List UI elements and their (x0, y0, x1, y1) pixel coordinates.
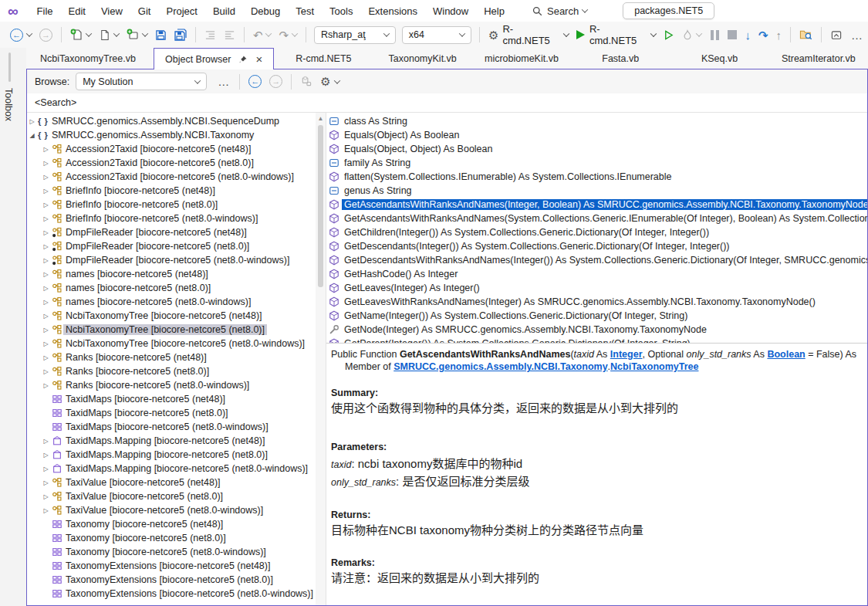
menu-project[interactable]: Project (158, 2, 204, 20)
member-row[interactable]: GetName(Integer()) As System.Collections… (326, 309, 867, 323)
tab-ncbitaxonomytree-vb[interactable]: NcbiTaxonomyTree.vb (26, 48, 154, 69)
menu-tools[interactable]: Tools (322, 2, 360, 20)
object-browser-search-input[interactable]: <Search> (27, 93, 867, 113)
tree-row[interactable]: ◢{ }SMRUCC.genomics.Assembly.NCBI.Taxono… (27, 128, 326, 142)
toolbox-tab[interactable]: Toolbox (3, 88, 14, 121)
browse-scope-combobox[interactable]: My Solution (76, 73, 207, 90)
tree-row[interactable]: ▷TaxiValue [biocore-netcore5 (net8.0-win… (27, 503, 326, 517)
indent-button[interactable] (221, 27, 238, 43)
expander-collapsed-icon[interactable]: ▷ (41, 285, 51, 292)
class-link[interactable]: NcbiTaxonomyTree (610, 361, 698, 372)
ob-navigate-back-button[interactable]: ← (245, 73, 265, 90)
step-out-button[interactable]: ↑ (773, 27, 785, 43)
namespace-link[interactable]: SMRUCC.genomics.Assembly.NCBI.Taxonomy (393, 361, 607, 372)
tab-microbiomekit-vb[interactable]: microbiomeKit.vb (472, 48, 571, 69)
tree-row[interactable]: ▷Ranks [biocore-netcore5 (net48)] (27, 350, 326, 364)
menu-debug[interactable]: Debug (243, 2, 288, 20)
tree-row[interactable]: Taxonomy [biocore-netcore5 (net8.0-windo… (27, 545, 326, 559)
configuration-button[interactable]: ⚙R-cmd.NET5 (485, 21, 572, 49)
member-row[interactable]: GetAscendantsWithRanksAndNames(System.Co… (326, 212, 867, 225)
tree-row[interactable]: TaxidMaps [biocore-netcore5 (net8.0)] (27, 406, 326, 420)
startup-project-combobox[interactable]: Rsharp_aţ (314, 26, 396, 44)
toolbar-overflow-button[interactable]: … (846, 29, 868, 42)
integer-type-link[interactable]: Integer (610, 349, 643, 360)
member-row[interactable]: GetChildren(Integer()) As System.Collect… (326, 225, 867, 239)
expander-collapsed-icon[interactable]: ▷ (41, 160, 51, 167)
menu-git[interactable]: Git (130, 2, 159, 20)
expander-collapsed-icon[interactable]: ▷ (41, 452, 51, 459)
save-button[interactable] (152, 27, 170, 43)
scrollbar-thumb[interactable] (318, 125, 323, 287)
expander-collapsed-icon[interactable]: ▷ (41, 479, 51, 486)
outdent-button[interactable] (201, 27, 219, 43)
menu-test[interactable]: Test (288, 2, 322, 20)
tab-streamiterator-vb[interactable]: StreamIterator.vb (769, 48, 868, 69)
expander-collapsed-icon[interactable]: ▷ (41, 354, 51, 361)
tree-row[interactable]: ▷Accession2Taxid [biocore-netcore5 (net8… (27, 170, 326, 184)
menu-help[interactable]: Help (476, 2, 512, 20)
expander-collapsed-icon[interactable]: ▷ (41, 243, 51, 250)
menu-window[interactable]: Window (425, 2, 476, 20)
tree-row[interactable]: Taxonomy [biocore-netcore5 (net48)] (27, 517, 326, 531)
tab-kseq-vb[interactable]: KSeq.vb (670, 48, 768, 69)
expander-collapsed-icon[interactable]: ▷ (41, 146, 51, 153)
tree-row[interactable]: Taxonomy [biocore-netcore5 (net8.0)] (27, 531, 326, 545)
tree-row[interactable]: ▷Ranks [biocore-netcore5 (net8.0)] (27, 364, 326, 378)
tree-row[interactable]: ▷names [biocore-netcore5 (net8.0-windows… (27, 295, 326, 309)
start-without-debugging-button[interactable] (660, 27, 677, 43)
tree-row[interactable]: ▷NcbiTaxonomyTree [biocore-netcore5 (net… (27, 323, 326, 337)
expander-collapsed-icon[interactable]: ▷ (41, 368, 51, 375)
menu-view[interactable]: View (93, 2, 130, 20)
tree-row[interactable]: ▷NcbiTaxonomyTree [biocore-netcore5 (net… (27, 309, 326, 323)
tab-taxonomykit-vb[interactable]: TaxonomyKit.vb (373, 48, 472, 69)
expander-collapsed-icon[interactable]: ▷ (41, 507, 51, 514)
tree-row[interactable]: TaxonomyExtensions [biocore-netcore5 (ne… (27, 559, 326, 573)
tree-row[interactable]: ▷TaxidMaps.Mapping [biocore-netcore5 (ne… (27, 462, 326, 476)
find-in-files-button[interactable] (796, 26, 816, 43)
member-row[interactable]: class As String (326, 114, 867, 128)
tab-fasta-vb[interactable]: Fasta.vb (571, 48, 670, 69)
tab-object-browser[interactable]: Object Browser× (154, 48, 274, 69)
tree-row[interactable]: ▷TaxiValue [biocore-netcore5 (net48)] (27, 476, 326, 489)
member-row[interactable]: GetHashCode() As Integer (326, 267, 867, 281)
pause-button[interactable] (706, 28, 723, 42)
tree-row[interactable]: ▷Accession2Taxid [biocore-netcore5 (net4… (27, 142, 326, 156)
tree-row[interactable]: TaxidMaps [biocore-netcore5 (net48)] (27, 392, 326, 406)
pin-icon[interactable] (238, 55, 248, 64)
tree-row[interactable]: ▷NcbiTaxonomyTree [biocore-netcore5 (net… (27, 337, 326, 350)
feedback-button[interactable] (827, 27, 846, 43)
expander-collapsed-icon[interactable]: ▷ (41, 229, 51, 236)
add-to-references-button[interactable] (297, 73, 316, 90)
member-row[interactable]: GetParent(Integer()) As System.Collectio… (326, 337, 867, 343)
solution-name-badge[interactable]: packages.NET5 (623, 2, 714, 19)
hot-reload-button[interactable] (679, 27, 704, 43)
navigate-back-button[interactable]: ← (7, 26, 35, 44)
expander-collapsed-icon[interactable]: ▷ (41, 340, 51, 347)
expander-collapsed-icon[interactable]: ▷ (41, 313, 51, 320)
expander-collapsed-icon[interactable]: ▷ (41, 257, 51, 264)
start-debugging-button[interactable]: R-cmd.NET5 (573, 21, 659, 49)
expander-collapsed-icon[interactable]: ▷ (41, 299, 51, 306)
member-row[interactable]: family As String (326, 156, 867, 170)
expander-collapsed-icon[interactable]: ▷ (41, 174, 51, 181)
expander-expanded-icon[interactable]: ◢ (27, 132, 37, 139)
tree-row[interactable]: ▷TaxidMaps.Mapping [biocore-netcore5 (ne… (27, 434, 326, 448)
add-item-button[interactable] (123, 26, 150, 43)
tree-row[interactable]: ▷DmpFileReader [biocore-netcore5 (net48)… (27, 225, 326, 239)
member-row[interactable]: GetLeavesWithRanksAndNames(Integer) As S… (326, 295, 867, 309)
expander-collapsed-icon[interactable]: ▷ (41, 382, 51, 389)
tree-row[interactable]: ▷TaxidMaps.Mapping [biocore-netcore5 (ne… (27, 448, 326, 462)
expander-collapsed-icon[interactable]: ▷ (41, 215, 51, 222)
member-row[interactable]: GetDescendantsWithRanksAndNames(Integer(… (326, 253, 867, 267)
tree-row[interactable]: ▷names [biocore-netcore5 (net48)] (27, 267, 326, 281)
member-row[interactable]: GetNode(Integer) As SMRUCC.genomics.Asse… (326, 323, 867, 337)
ob-navigate-forward-button[interactable]: → (266, 73, 285, 90)
expander-collapsed-icon[interactable]: ▷ (41, 201, 51, 208)
member-row[interactable]: GetAscendantsWithRanksAndNames(Integer, … (326, 198, 867, 212)
expander-collapsed-icon[interactable]: ▷ (41, 466, 51, 472)
expander-collapsed-icon[interactable]: ▷ (27, 118, 37, 125)
expander-collapsed-icon[interactable]: ▷ (41, 188, 51, 195)
expander-collapsed-icon[interactable]: ▷ (41, 327, 51, 333)
navigate-forward-button[interactable]: → (36, 26, 56, 44)
object-browser-settings-button[interactable]: ⚙ (317, 73, 342, 90)
